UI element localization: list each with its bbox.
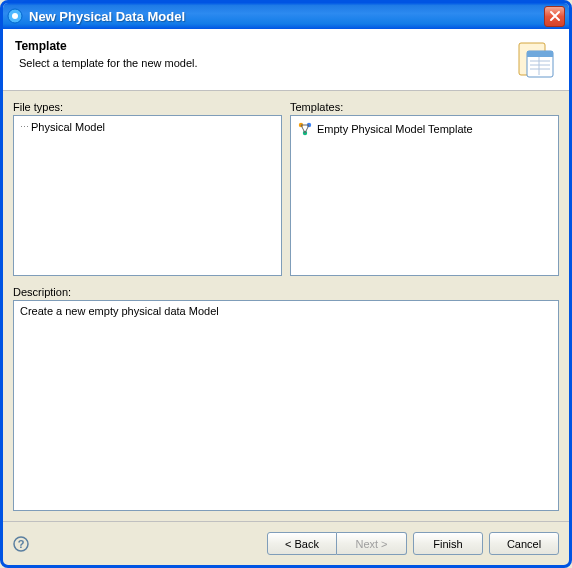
titlebar: New Physical Data Model bbox=[3, 3, 569, 29]
next-button: Next > bbox=[337, 532, 407, 555]
lists-row: File types: ⋯ Physical Model Templates: bbox=[13, 101, 559, 276]
description-section: Description: bbox=[13, 286, 559, 511]
nav-button-group: < Back Next > bbox=[261, 532, 407, 555]
description-textarea[interactable] bbox=[13, 300, 559, 511]
cancel-button[interactable]: Cancel bbox=[489, 532, 559, 555]
file-types-column: File types: ⋯ Physical Model bbox=[13, 101, 282, 276]
window-title: New Physical Data Model bbox=[29, 9, 544, 24]
close-button[interactable] bbox=[544, 6, 565, 27]
template-banner-icon bbox=[513, 39, 557, 83]
template-item-label: Empty Physical Model Template bbox=[317, 123, 473, 135]
wizard-content: File types: ⋯ Physical Model Templates: bbox=[3, 91, 569, 521]
tree-item-physical-model[interactable]: ⋯ Physical Model bbox=[18, 120, 277, 134]
templates-list[interactable]: Empty Physical Model Template bbox=[290, 115, 559, 276]
wizard-footer: ? < Back Next > Finish Cancel bbox=[3, 521, 569, 565]
back-button[interactable]: < Back bbox=[267, 532, 337, 555]
help-icon[interactable]: ? bbox=[13, 536, 29, 552]
svg-point-1 bbox=[12, 13, 18, 19]
finish-button[interactable]: Finish bbox=[413, 532, 483, 555]
svg-line-13 bbox=[301, 125, 305, 133]
wizard-header: Template Select a template for the new m… bbox=[3, 29, 569, 91]
templates-label: Templates: bbox=[290, 101, 559, 113]
svg-rect-4 bbox=[527, 51, 553, 57]
svg-text:?: ? bbox=[18, 538, 25, 550]
templates-column: Templates: bbox=[290, 101, 559, 276]
tree-connector-icon: ⋯ bbox=[20, 122, 29, 132]
template-icon bbox=[297, 121, 313, 137]
app-icon bbox=[7, 8, 23, 24]
file-types-list[interactable]: ⋯ Physical Model bbox=[13, 115, 282, 276]
page-title: Template bbox=[15, 39, 513, 53]
wizard-dialog: New Physical Data Model Template Select … bbox=[0, 0, 572, 568]
tree-item-label: Physical Model bbox=[31, 121, 105, 133]
wizard-header-text: Template Select a template for the new m… bbox=[15, 39, 513, 69]
file-types-label: File types: bbox=[13, 101, 282, 113]
page-subtitle: Select a template for the new model. bbox=[15, 57, 513, 69]
description-label: Description: bbox=[13, 286, 559, 298]
template-item-empty-physical[interactable]: Empty Physical Model Template bbox=[295, 120, 554, 138]
svg-line-14 bbox=[305, 125, 309, 133]
